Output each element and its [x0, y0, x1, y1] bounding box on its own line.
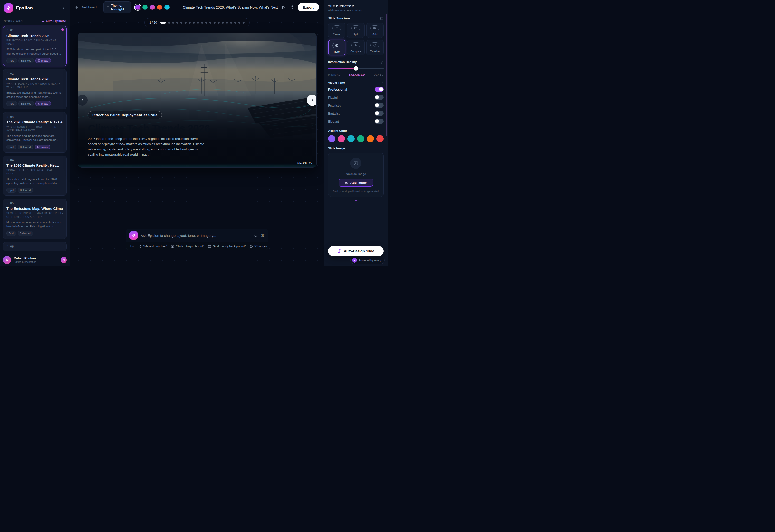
theme-color-magenta[interactable]	[150, 5, 155, 10]
slide-card-06[interactable]: ⠿06	[3, 242, 67, 251]
accent-orange[interactable]	[367, 135, 374, 142]
wand-icon	[380, 81, 384, 84]
slide-indicator[interactable]	[189, 22, 191, 24]
mic-button[interactable]	[254, 234, 258, 238]
slide-card-number: 04	[10, 158, 14, 162]
theme-color-red[interactable]	[157, 5, 162, 10]
present-button[interactable]	[281, 5, 286, 9]
slide-indicator[interactable]	[222, 22, 224, 24]
density-balanced[interactable]: BALANCED	[349, 73, 365, 76]
slide-body-text[interactable]: 2026 lands in the steep part of the 1.5°…	[88, 136, 206, 157]
slide-indicator-active[interactable]	[160, 22, 166, 24]
suggestion-switch-grid-layout[interactable]: "Switch to grid layout"	[171, 245, 204, 248]
slide-indicator[interactable]	[184, 22, 186, 24]
suggestion-add-moody-background[interactable]: "Add moody background"	[208, 245, 246, 248]
drag-handle-icon[interactable]: ⠿	[6, 29, 8, 32]
suggestion-change-color[interactable]: "Change color	[250, 245, 268, 248]
epsilon-ai-icon	[129, 231, 138, 240]
density-minimal[interactable]: MINIMAL	[328, 73, 340, 76]
suggestion-make-it-punchier[interactable]: "Make it punchier"	[139, 245, 167, 248]
accent-purple[interactable]	[328, 135, 335, 142]
slide-indicator[interactable]	[239, 22, 241, 24]
structure-split[interactable]: Split	[347, 23, 364, 38]
slide-indicator[interactable]	[172, 22, 174, 24]
expand-icon[interactable]	[380, 61, 384, 64]
tag-layout: Split	[6, 145, 16, 149]
accent-green[interactable]	[357, 135, 364, 142]
image-icon	[353, 161, 358, 166]
slide-card-03[interactable]: ⠿03 The 2026 Climate Reality: Risks Ar..…	[3, 112, 67, 153]
slide-card-body: Impacts are intensifying—but climate tec…	[6, 91, 63, 99]
ai-badge[interactable]: AI	[61, 257, 67, 263]
drag-handle-icon[interactable]: ⠿	[6, 202, 8, 205]
theme-color-teal[interactable]	[142, 5, 147, 10]
slide-indicator[interactable]	[205, 22, 207, 24]
slide-indicator[interactable]	[193, 22, 195, 24]
accent-cyan[interactable]	[347, 135, 355, 142]
panel-scrollbar[interactable]	[386, 14, 387, 136]
ask-epsilon-input[interactable]	[141, 234, 247, 238]
add-image-button[interactable]: Add Image	[339, 179, 373, 187]
split-layout-icon	[351, 25, 360, 31]
slide-kicker-badge[interactable]: Inflection Point: Deployment at Scale	[88, 111, 162, 119]
user-avatar[interactable]: R	[3, 256, 11, 264]
theme-color-cyan[interactable]	[164, 5, 169, 10]
density-dense[interactable]: DENSE	[374, 73, 384, 76]
next-slide-button[interactable]	[307, 95, 317, 106]
image-icon	[37, 146, 40, 148]
tone-playful-toggle[interactable]	[375, 95, 384, 100]
slide-card-body: Most near-term abatement concentrates in…	[6, 220, 63, 229]
slide-indicator[interactable]	[226, 22, 228, 24]
theme-selector-button[interactable]: Theme: Midnight	[103, 1, 131, 13]
structure-compare[interactable]: Compare	[347, 40, 364, 55]
divider	[100, 4, 100, 10]
drag-handle-icon[interactable]: ⠿	[6, 72, 8, 75]
slide-indicator[interactable]	[218, 22, 220, 24]
drag-handle-icon[interactable]: ⠿	[6, 158, 8, 162]
density-slider[interactable]	[328, 66, 384, 71]
drag-handle-icon[interactable]: ⠿	[6, 115, 8, 119]
structure-center[interactable]: Center	[328, 23, 345, 38]
slide-indicator[interactable]	[210, 22, 212, 24]
slide-indicator[interactable]	[201, 22, 203, 24]
slide-title[interactable]: Climate Tech Trends 2026	[88, 122, 210, 134]
auto-optimize-button[interactable]: Auto-Optimize	[41, 19, 66, 23]
auto-design-slide-button[interactable]: Auto-Design Slide	[328, 246, 384, 256]
export-button[interactable]: Export	[298, 3, 319, 11]
share-button[interactable]	[289, 5, 294, 9]
layout-icon	[171, 245, 174, 248]
slide-card-02[interactable]: ⠿02 Climate Tech Trends 2026 WHAT’S SCAL…	[3, 69, 67, 110]
slide-indicator[interactable]	[197, 22, 199, 24]
panel-scroll-chevron[interactable]	[328, 198, 384, 202]
structure-grid[interactable]: Grid	[366, 23, 384, 38]
slide-indicator[interactable]	[230, 22, 232, 24]
accent-pink[interactable]	[338, 135, 345, 142]
magic-wand-icon[interactable]	[380, 81, 384, 84]
accent-red[interactable]	[376, 135, 384, 142]
tone-futuristic-toggle[interactable]	[375, 103, 384, 108]
structure-timeline[interactable]: Timeline	[366, 40, 384, 55]
tone-elegant-toggle[interactable]	[375, 119, 384, 124]
slide-indicator[interactable]	[176, 22, 178, 24]
density-slider-thumb[interactable]	[354, 66, 358, 71]
slide-indicator[interactable]	[234, 22, 236, 24]
structure-hero[interactable]: Hero	[328, 40, 345, 55]
slide-card-05[interactable]: ⠿05 The Emissions Map: Where Climate... …	[3, 199, 67, 239]
tone-professional-toggle[interactable]	[375, 87, 384, 92]
slide-indicator[interactable]	[168, 22, 170, 24]
back-to-dashboard[interactable]: Dashboard	[75, 5, 97, 9]
slide-card-04[interactable]: ⠿04 The 2026 Climate Reality: Key... SIG…	[3, 156, 67, 196]
tone-brutalist-toggle[interactable]	[375, 111, 384, 116]
powered-by-avery-badge[interactable]: ✦ Powered by Avery	[351, 257, 385, 264]
story-arc-title: STORY ARC	[4, 20, 23, 23]
sidebar-collapse-button[interactable]	[62, 6, 66, 10]
drag-handle-icon[interactable]: ⠿	[6, 245, 8, 248]
slide-indicator[interactable]	[214, 22, 216, 24]
theme-color-purple[interactable]	[135, 5, 140, 10]
slide-card-01[interactable]: ⠿01 Climate Tech Trends 2026 INFLECTION …	[3, 26, 67, 66]
slide-indicator[interactable]	[180, 22, 182, 24]
no-slide-image-text: No slide image	[346, 172, 366, 176]
slide-indicator[interactable]	[243, 22, 245, 24]
center-layout-icon	[333, 25, 341, 31]
slide-preview[interactable]: Inflection Point: Deployment at Scale Cl…	[78, 33, 317, 168]
